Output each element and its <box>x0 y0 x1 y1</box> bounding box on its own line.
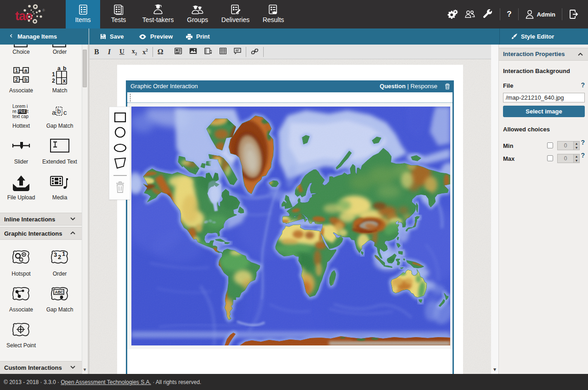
svg-text:a: a <box>52 108 56 116</box>
svg-text:text cap: text cap <box>12 114 28 119</box>
svg-text:ABC: ABC <box>55 290 63 294</box>
svg-text:t: t <box>27 109 28 114</box>
svg-text:b: b <box>24 77 28 82</box>
svg-text:re.: re. <box>12 109 18 114</box>
svg-text:2: 2 <box>52 78 55 84</box>
svg-text:Hot: Hot <box>18 109 26 114</box>
svg-text:1: 1 <box>62 250 65 257</box>
svg-text:2: 2 <box>58 254 61 260</box>
svg-text:2: 2 <box>15 77 18 82</box>
svg-text:1: 1 <box>52 71 55 78</box>
svg-text:b: b <box>63 66 66 72</box>
svg-text:a: a <box>24 68 28 73</box>
svg-text:Lorem i: Lorem i <box>12 104 28 109</box>
svg-text:c: c <box>63 108 67 116</box>
svg-text:1: 1 <box>15 68 18 73</box>
svg-text:a: a <box>57 66 61 72</box>
svg-text:®: ® <box>42 8 45 12</box>
svg-text:x: x <box>63 78 66 84</box>
svg-text:3: 3 <box>54 251 57 258</box>
svg-text:b: b <box>57 107 61 115</box>
